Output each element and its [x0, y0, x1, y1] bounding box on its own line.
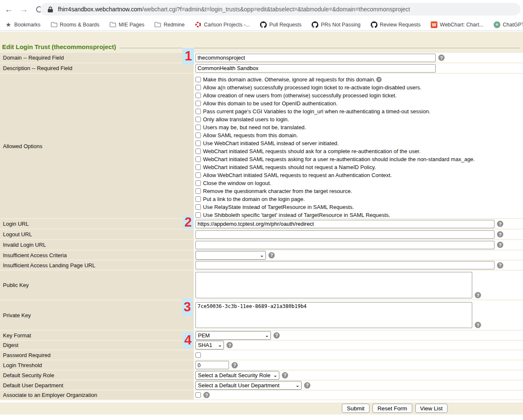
- bookmark-bookmarks[interactable]: ★ Bookmarks: [5, 21, 41, 28]
- select-value: SHA1: [198, 342, 212, 348]
- help-icon[interactable]: ?: [203, 392, 210, 398]
- option-label: WebChart initiated SAML requests should …: [203, 164, 376, 170]
- help-icon[interactable]: ?: [497, 262, 503, 269]
- description-input[interactable]: [195, 64, 436, 73]
- row-domain: Domain -- Required Field ?: [0, 53, 523, 63]
- bookmark-chatgpt[interactable]: ✳ ChatGPT: [494, 21, 523, 28]
- help-icon[interactable]: ?: [497, 242, 503, 248]
- associate-employer-checkbox[interactable]: [195, 392, 201, 398]
- login-threshold-input[interactable]: [195, 361, 229, 369]
- digest-select[interactable]: SHA1 ⌄: [195, 341, 224, 350]
- reset-form-button[interactable]: Reset Form: [372, 404, 412, 413]
- allowed-option-row: Use Shibboleth specific 'target' instead…: [195, 211, 475, 219]
- public-key-textarea[interactable]: [195, 272, 472, 298]
- option-checkbox[interactable]: [195, 77, 201, 82]
- option-checkbox[interactable]: [195, 204, 201, 210]
- login-url-input[interactable]: [195, 220, 494, 228]
- insufficient-access-criteria-select[interactable]: ⌄: [195, 251, 266, 260]
- option-checkbox[interactable]: [195, 212, 201, 218]
- star-icon: ★: [5, 21, 12, 28]
- option-checkbox[interactable]: [195, 117, 201, 122]
- option-checkbox[interactable]: [195, 133, 201, 138]
- option-label: Remove the questionmark character from t…: [203, 188, 352, 194]
- github-icon: [260, 21, 267, 28]
- bookmark-rooms-boards[interactable]: Rooms & Boards: [51, 21, 99, 28]
- help-icon[interactable]: ?: [282, 372, 288, 378]
- default-security-role-select[interactable]: Select a Default Security Role ⌄: [195, 371, 279, 380]
- password-required-checkbox[interactable]: [195, 352, 201, 358]
- address-bar[interactable]: fhirr4sandbox.webchartnow.com/webchart.c…: [40, 3, 520, 16]
- allowed-option-row: Remove the questionmark character from t…: [195, 187, 475, 195]
- chevron-down-icon: ⌄: [265, 333, 269, 338]
- submit-button[interactable]: Submit: [342, 404, 369, 413]
- help-icon[interactable]: ?: [497, 221, 503, 227]
- option-checkbox[interactable]: [195, 149, 201, 154]
- option-checkbox[interactable]: [195, 157, 201, 162]
- select-value: PEM: [198, 332, 210, 339]
- help-icon[interactable]: ?: [304, 382, 310, 389]
- bookmark-redmine[interactable]: Redmine: [154, 21, 185, 28]
- lock-icon: [48, 6, 53, 13]
- allowed-option-row: Allow creation of new users from (otherw…: [195, 91, 475, 99]
- bookmark-label: WebChart: Chart...: [440, 22, 484, 28]
- view-list-button[interactable]: View List: [415, 404, 448, 413]
- chevron-down-icon: ⌄: [218, 342, 222, 348]
- row-public-key: Public Key ?: [0, 271, 523, 300]
- annotation-2: 2: [183, 216, 193, 229]
- option-checkbox[interactable]: [195, 109, 201, 114]
- bookmark-label: ChatGPT: [503, 22, 523, 28]
- row-insufficient-access-landing-url: Insufficient Access Landing Page URL ?: [0, 261, 523, 270]
- row-key-format: Key Format PEM ⌄ ?: [0, 331, 523, 340]
- key-format-select[interactable]: PEM ⌄: [195, 331, 271, 340]
- allowed-option-row: Pass current page's CGI Variables to the…: [195, 107, 475, 115]
- select-value: Select a Default User Department: [198, 382, 279, 389]
- help-icon[interactable]: ?: [226, 342, 233, 348]
- field-label: Password Required: [0, 350, 194, 360]
- allowed-option-row: Put a link to the domain on the login pa…: [195, 195, 475, 203]
- bookmark-pull-requests[interactable]: Pull Requests: [260, 21, 302, 28]
- option-checkbox[interactable]: [195, 188, 201, 194]
- bookmark-prs-not-passing[interactable]: PRs Not Passing: [312, 21, 360, 28]
- bookmark-mie-pages[interactable]: MIE Pages: [109, 21, 144, 28]
- insufficient-access-landing-url-input[interactable]: [195, 261, 494, 269]
- domain-input[interactable]: [195, 54, 436, 62]
- forward-icon[interactable]: →: [18, 3, 30, 16]
- allowed-option-row: Allow SAML requests from this domain.: [195, 131, 475, 139]
- option-checkbox[interactable]: [195, 180, 201, 186]
- bookmark-label: MIE Pages: [119, 22, 144, 28]
- option-checkbox[interactable]: [195, 93, 201, 98]
- help-icon[interactable]: ?: [438, 55, 445, 61]
- option-checkbox[interactable]: [195, 172, 201, 178]
- back-icon[interactable]: ←: [3, 3, 15, 16]
- help-icon[interactable]: ?: [497, 231, 503, 237]
- default-user-department-select[interactable]: Select a Default User Department ⌄: [195, 381, 302, 390]
- option-checkbox[interactable]: [195, 141, 201, 146]
- page-title-row: Edit Login Trust (thecommonsproject): [0, 31, 523, 53]
- option-checkbox[interactable]: [195, 164, 201, 170]
- option-checkbox[interactable]: [195, 125, 201, 130]
- option-checkbox[interactable]: [195, 196, 201, 202]
- logout-url-input[interactable]: [195, 230, 494, 239]
- bookmark-carlson-projects[interactable]: Carlson Projects -...: [195, 21, 250, 28]
- row-login-threshold: Login Threshold ?: [0, 360, 523, 370]
- help-icon[interactable]: ?: [273, 332, 280, 339]
- bookmark-webchart[interactable]: W WebChart: Chart...: [431, 21, 484, 28]
- allowed-option-row: WebChart initiated SAML requests asking …: [195, 155, 475, 163]
- help-icon[interactable]: ?: [232, 362, 238, 368]
- row-insufficient-access-criteria: Insufficient Access Criteria ⌄ ?: [0, 250, 523, 260]
- private-key-textarea[interactable]: 7ce50036-3c3b-11ee-8689-a21a380b19b4: [195, 302, 472, 328]
- allowed-option-row: Allow this domain to be used for OpenID …: [195, 99, 475, 107]
- option-label: Allow WebChart initiated SAML requests t…: [203, 172, 392, 178]
- option-checkbox[interactable]: [195, 85, 201, 90]
- help-icon[interactable]: ?: [475, 292, 481, 298]
- folder-icon: [51, 21, 57, 28]
- field-label: Insufficient Access Criteria: [0, 250, 194, 260]
- invalid-login-url-input[interactable]: [195, 241, 494, 249]
- help-icon[interactable]: ?: [475, 322, 481, 328]
- help-icon[interactable]: ?: [268, 252, 275, 258]
- bookmark-review-requests[interactable]: Review Requests: [371, 21, 421, 28]
- field-label: Login URL: [0, 219, 194, 229]
- help-icon[interactable]: ?: [376, 77, 382, 82]
- option-checkbox[interactable]: [195, 101, 201, 106]
- option-label: Close the window on logout.: [203, 180, 271, 186]
